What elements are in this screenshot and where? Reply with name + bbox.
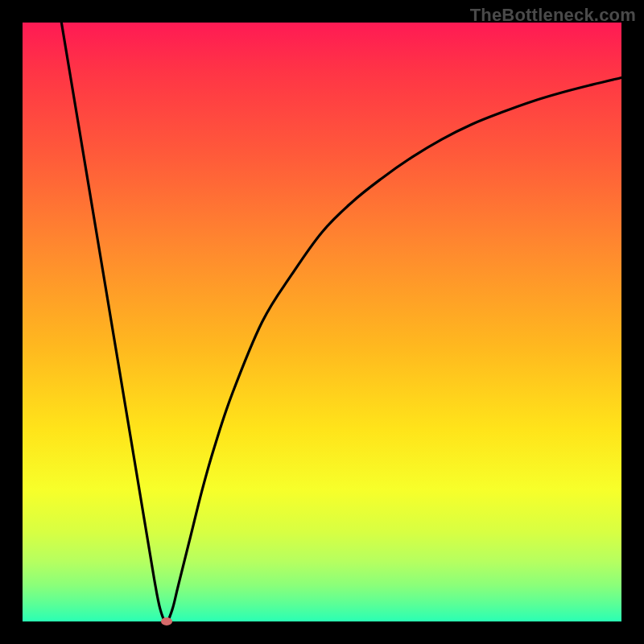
chart-frame: TheBottleneck.com: [0, 0, 644, 644]
chart-plot-area: [23, 23, 621, 621]
bottleneck-curve: [61, 23, 621, 621]
curve-svg: [23, 23, 621, 621]
min-point-marker: [161, 617, 172, 625]
watermark-text: TheBottleneck.com: [470, 5, 636, 26]
